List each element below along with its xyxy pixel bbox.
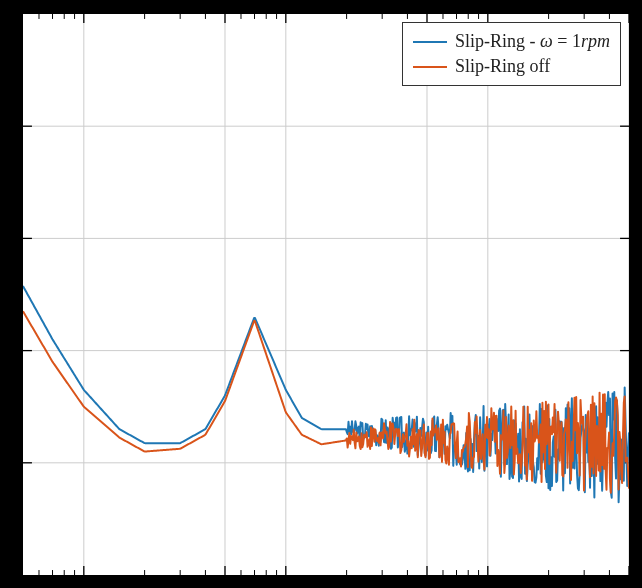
legend-swatch-0 xyxy=(413,41,447,43)
chart-container: Slip-Ring - ω = 1rpm Slip-Ring off xyxy=(21,12,631,577)
chart-svg xyxy=(23,14,629,575)
legend-label-1: Slip-Ring off xyxy=(455,56,550,77)
legend: Slip-Ring - ω = 1rpm Slip-Ring off xyxy=(402,22,621,86)
legend-item-0: Slip-Ring - ω = 1rpm xyxy=(413,29,610,54)
legend-label-0: Slip-Ring - ω = 1rpm xyxy=(455,31,610,52)
legend-swatch-1 xyxy=(413,66,447,68)
legend-item-1: Slip-Ring off xyxy=(413,54,610,79)
